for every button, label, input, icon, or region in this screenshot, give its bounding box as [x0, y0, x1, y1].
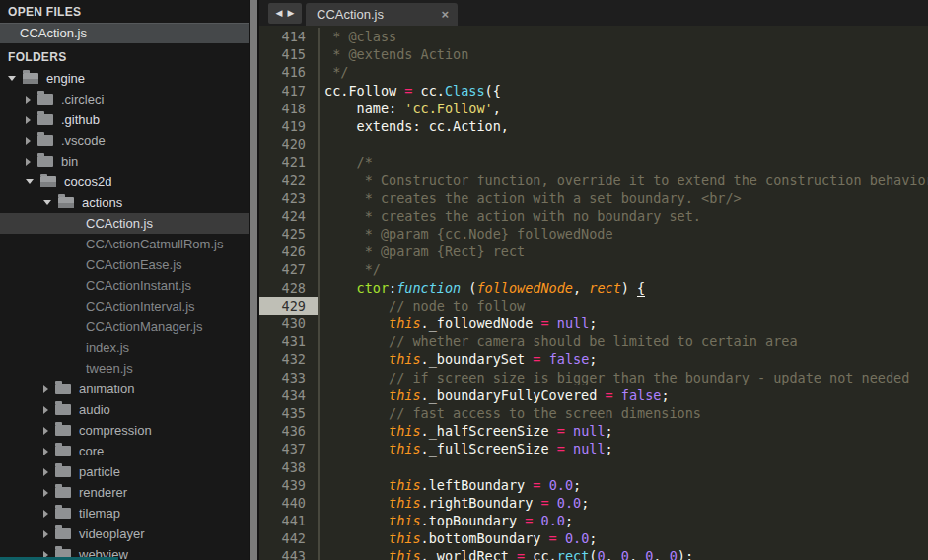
- line-number[interactable]: 430: [259, 315, 318, 332]
- line-number[interactable]: 427: [259, 260, 318, 278]
- line-number[interactable]: 435: [259, 404, 318, 422]
- line-number[interactable]: 432: [259, 350, 318, 368]
- line-number[interactable]: 425: [259, 225, 318, 243]
- tree-item-animation[interactable]: animation: [0, 379, 249, 399]
- tree-item-ccactioninstant-js[interactable]: CCActionInstant.js: [0, 275, 249, 296]
- line-number[interactable]: 415: [259, 45, 318, 63]
- code-line-437[interactable]: 437 this._fullScreenSize = null;: [259, 440, 928, 457]
- code-line-439[interactable]: 439 this.leftBoundary = 0.0;: [259, 476, 928, 494]
- line-number[interactable]: 420: [259, 135, 318, 153]
- code-line-417[interactable]: 417cc.Follow = cc.Class({: [259, 82, 928, 100]
- code-line-433[interactable]: 433 // if screen size is bigger than the…: [259, 369, 928, 386]
- tree-item-ccactionease-js[interactable]: CCActionEase.js: [0, 254, 249, 275]
- code-line-429[interactable]: 429 // node to follow: [259, 297, 928, 315]
- code-line-443[interactable]: 443 this._worldRect = cc.rect(0, 0, 0, 0…: [259, 547, 928, 560]
- line-number[interactable]: 423: [259, 189, 318, 207]
- tree-item-core[interactable]: core: [0, 441, 249, 461]
- code-line-431[interactable]: 431 // whether camera should be limited …: [259, 332, 928, 350]
- tab-forward-icon[interactable]: ▶: [288, 9, 295, 18]
- sidebar-scrollbar[interactable]: [250, 0, 257, 560]
- line-number[interactable]: 426: [259, 243, 318, 260]
- chevron-expanded-icon[interactable]: [8, 76, 16, 81]
- tree-item-compression[interactable]: compression: [0, 420, 249, 441]
- code-line-440[interactable]: 440 this.rightBoundary = 0.0;: [259, 494, 928, 512]
- code-line-424[interactable]: 424 * creates the action with no boundar…: [259, 207, 928, 225]
- tab-close-icon[interactable]: ×: [441, 7, 458, 22]
- chevron-collapsed-icon[interactable]: [26, 158, 31, 166]
- code-line-436[interactable]: 436 this._halfScreenSize = null;: [259, 422, 928, 440]
- line-number[interactable]: 433: [259, 369, 318, 386]
- chevron-collapsed-icon[interactable]: [26, 96, 31, 104]
- code-line-432[interactable]: 432 this._boundarySet = false;: [259, 350, 928, 368]
- code-line-430[interactable]: 430 this._followedNode = null;: [259, 315, 928, 332]
- tree-item-particle[interactable]: particle: [0, 461, 249, 482]
- tree-item-ccactionmanager-js[interactable]: CCActionManager.js: [0, 316, 249, 337]
- line-number[interactable]: 440: [259, 494, 318, 512]
- code-line-427[interactable]: 427 */: [259, 260, 928, 278]
- tree-item-tween-js[interactable]: tween.js: [0, 358, 249, 379]
- chevron-collapsed-icon[interactable]: [43, 448, 48, 455]
- code-line-421[interactable]: 421 /*: [259, 153, 928, 171]
- tree-item-videoplayer[interactable]: videoplayer: [0, 524, 249, 544]
- tree-item-cocos2d[interactable]: cocos2d: [0, 172, 249, 192]
- code-area[interactable]: 414 * @class415 * @extends Action416 */4…: [259, 26, 928, 560]
- line-number[interactable]: 443: [259, 547, 318, 560]
- line-number[interactable]: 438: [259, 458, 318, 476]
- line-number[interactable]: 441: [259, 512, 318, 529]
- chevron-collapsed-icon[interactable]: [43, 406, 48, 414]
- code-line-425[interactable]: 425 * @param {cc.Node} followedNode: [259, 225, 928, 243]
- tree-item-tilemap[interactable]: tilemap: [0, 503, 249, 524]
- line-number[interactable]: 424: [259, 207, 318, 225]
- tab-ccaction[interactable]: CCAction.js ×: [306, 3, 458, 26]
- chevron-expanded-icon[interactable]: [43, 200, 51, 205]
- chevron-collapsed-icon[interactable]: [26, 137, 31, 145]
- line-number[interactable]: 439: [259, 476, 318, 494]
- code-line-415[interactable]: 415 * @extends Action: [259, 45, 928, 63]
- chevron-collapsed-icon[interactable]: [43, 489, 48, 497]
- chevron-collapsed-icon[interactable]: [26, 116, 31, 124]
- code-line-428[interactable]: 428 ctor:function (followedNode, rect) {: [259, 279, 928, 297]
- line-number[interactable]: 414: [259, 28, 318, 45]
- code-line-416[interactable]: 416 */: [259, 63, 928, 81]
- tab-back-icon[interactable]: ◀: [276, 9, 283, 18]
- line-number[interactable]: 419: [259, 117, 318, 135]
- open-file-item-ccaction[interactable]: CCAction.js: [0, 23, 249, 43]
- line-number[interactable]: 418: [259, 100, 318, 117]
- line-number[interactable]: 428: [259, 279, 318, 297]
- code-line-435[interactable]: 435 // fast access to the screen dimensi…: [259, 404, 928, 422]
- chevron-collapsed-icon[interactable]: [43, 530, 48, 538]
- chevron-collapsed-icon[interactable]: [43, 510, 48, 518]
- line-number[interactable]: 417: [259, 82, 318, 100]
- tree-item--circleci[interactable]: .circleci: [0, 89, 249, 109]
- line-number[interactable]: 421: [259, 153, 318, 171]
- tree-item--github[interactable]: .github: [0, 109, 249, 130]
- code-line-426[interactable]: 426 * @param {Rect} rect: [259, 243, 928, 260]
- line-number[interactable]: 416: [259, 63, 318, 81]
- code-line-423[interactable]: 423 * creates the action with a set boun…: [259, 189, 928, 207]
- code-line-420[interactable]: 420: [259, 135, 928, 153]
- tree-item-ccactioncatmullrom-js[interactable]: CCActionCatmullRom.js: [0, 234, 249, 254]
- line-number[interactable]: 429: [259, 297, 318, 315]
- tree-item-actions[interactable]: actions: [0, 192, 249, 213]
- chevron-expanded-icon[interactable]: [26, 179, 34, 184]
- chevron-collapsed-icon[interactable]: [43, 385, 48, 393]
- line-number[interactable]: 442: [259, 529, 318, 547]
- chevron-collapsed-icon[interactable]: [43, 427, 48, 435]
- tree-item-renderer[interactable]: renderer: [0, 482, 249, 503]
- line-number[interactable]: 422: [259, 172, 318, 189]
- code-line-434[interactable]: 434 this._boundaryFullyCovered = false;: [259, 386, 928, 404]
- chevron-collapsed-icon[interactable]: [43, 468, 48, 476]
- code-line-438[interactable]: 438: [259, 458, 928, 476]
- code-line-442[interactable]: 442 this.bottomBoundary = 0.0;: [259, 529, 928, 547]
- tree-item-engine[interactable]: engine: [0, 68, 249, 89]
- line-number[interactable]: 434: [259, 386, 318, 404]
- code-line-419[interactable]: 419 extends: cc.Action,: [259, 117, 928, 135]
- tree-item-ccaction-js[interactable]: CCAction.js: [0, 213, 249, 234]
- line-number[interactable]: 437: [259, 440, 318, 457]
- line-number[interactable]: 431: [259, 332, 318, 350]
- tree-item-audio[interactable]: audio: [0, 399, 249, 420]
- code-line-441[interactable]: 441 this.topBoundary = 0.0;: [259, 512, 928, 529]
- code-line-418[interactable]: 418 name: 'cc.Follow',: [259, 100, 928, 117]
- code-line-422[interactable]: 422 * Constructor function, override it …: [259, 172, 928, 189]
- code-line-414[interactable]: 414 * @class: [259, 28, 928, 45]
